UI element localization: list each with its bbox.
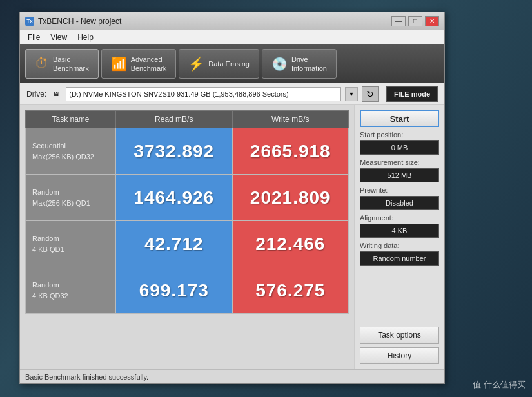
start-position-label: Start position: xyxy=(360,131,439,139)
col-header-read: Read mB/s xyxy=(116,111,233,128)
drive-select[interactable]: (D:) NVMe KINGSTON SNV2S10 931.49 GB (1,… xyxy=(66,87,341,101)
alignment-section: Alignment: 4 KB xyxy=(360,214,439,238)
prewrite-label: Prewrite: xyxy=(360,186,439,194)
drive-information-line1: Drive xyxy=(291,55,327,64)
col-header-task: Task name xyxy=(26,111,116,128)
read-cell-0: 3732.892 xyxy=(116,128,233,175)
alignment-label: Alignment: xyxy=(360,214,439,222)
read-cell-2: 42.712 xyxy=(116,221,233,267)
write-value-3: 576.275 xyxy=(255,280,325,300)
read-value-2: 42.712 xyxy=(144,234,204,254)
read-cell-3: 699.173 xyxy=(116,267,233,314)
write-value-1: 2021.809 xyxy=(250,188,331,208)
prewrite-section: Prewrite: Disabled xyxy=(360,186,439,210)
drive-icon-small: 🖥 xyxy=(53,90,59,97)
clock-icon: ⏱ xyxy=(35,55,49,72)
col-header-write: Write mB/s xyxy=(232,111,349,128)
data-erasing-line1: Data Erasing xyxy=(208,59,250,68)
write-cell-3: 576.275 xyxy=(232,267,349,314)
right-panel: Start Start position: 0 MB Measurement s… xyxy=(354,105,444,369)
toolbar-drive-information[interactable]: 💿 Drive Information xyxy=(262,49,337,79)
toolbar: ⏱ Basic Benchmark 📶 Advanced Benchmark ⚡… xyxy=(20,44,444,83)
toolbar-data-erasing[interactable]: ⚡ Data Erasing xyxy=(179,49,259,79)
write-cell-1: 2021.809 xyxy=(232,175,349,221)
status-message: Basic Benchmark finished successfully. xyxy=(25,373,148,381)
task-cell-3: Random4 KB QD32 xyxy=(26,267,116,314)
start-position-section: Start position: 0 MB xyxy=(360,131,439,155)
writing-data-label: Writing data: xyxy=(360,242,439,249)
advanced-benchmark-line1: Advanced xyxy=(131,55,167,64)
drive-information-line2: Information xyxy=(291,64,327,73)
benchmark-table: Task name Read mB/s Write mB/s Sequentia… xyxy=(25,110,349,314)
menu-view[interactable]: View xyxy=(45,32,72,43)
alignment-value: 4 KB xyxy=(360,224,439,238)
prewrite-value: Disabled xyxy=(360,196,439,210)
read-value-3: 699.173 xyxy=(139,280,209,300)
toolbar-advanced-benchmark[interactable]: 📶 Advanced Benchmark xyxy=(101,49,177,79)
menu-bar: File View Help xyxy=(20,30,444,44)
drive-icon: 💿 xyxy=(271,56,288,72)
close-button[interactable]: ✕ xyxy=(425,16,439,26)
table-row: SequentialMax(256 KB) QD32 3732.892 2665… xyxy=(26,128,349,175)
measurement-size-value: 512 MB xyxy=(360,168,439,182)
status-bar: Basic Benchmark finished successfully. xyxy=(20,369,444,383)
write-cell-0: 2665.918 xyxy=(232,128,349,175)
write-value-0: 2665.918 xyxy=(250,141,331,161)
table-row: Random4 KB QD32 699.173 576.275 xyxy=(26,267,349,314)
measurement-size-section: Measurement size: 512 MB xyxy=(360,159,439,182)
basic-benchmark-line1: Basic xyxy=(53,55,89,64)
drive-bar: Drive: 🖥 (D:) NVMe KINGSTON SNV2S10 931.… xyxy=(20,83,444,105)
erase-icon: ⚡ xyxy=(188,56,204,72)
read-value-0: 3732.892 xyxy=(133,141,214,161)
read-value-1: 1464.926 xyxy=(133,188,214,208)
task-cell-2: Random4 KB QD1 xyxy=(26,221,116,267)
toolbar-basic-benchmark[interactable]: ⏱ Basic Benchmark xyxy=(25,49,99,79)
title-bar-buttons: — □ ✕ xyxy=(391,16,439,26)
maximize-button[interactable]: □ xyxy=(408,16,422,26)
task-cell-0: SequentialMax(256 KB) QD32 xyxy=(26,128,116,175)
watermark: 值 什么值得买 xyxy=(473,379,526,391)
start-button[interactable]: Start xyxy=(360,110,439,127)
measurement-size-label: Measurement size: xyxy=(360,159,439,166)
chart-icon: 📶 xyxy=(111,56,127,72)
writing-data-value: Random number xyxy=(360,251,439,266)
task-options-button[interactable]: Task options xyxy=(360,327,439,344)
table-area: Task name Read mB/s Write mB/s Sequentia… xyxy=(20,105,354,369)
menu-help[interactable]: Help xyxy=(72,32,99,43)
minimize-button[interactable]: — xyxy=(391,16,406,26)
table-row: Random4 KB QD1 42.712 212.466 xyxy=(26,221,349,267)
advanced-benchmark-line2: Benchmark xyxy=(131,64,167,73)
app-icon: Tx xyxy=(25,17,34,26)
menu-file[interactable]: File xyxy=(23,32,45,43)
start-position-value: 0 MB xyxy=(360,140,439,155)
title-bar: Tx TxBENCH - New project — □ ✕ xyxy=(20,12,444,30)
basic-benchmark-line2: Benchmark xyxy=(53,64,89,73)
write-cell-2: 212.466 xyxy=(232,221,349,267)
table-row: RandomMax(256 KB) QD1 1464.926 2021.809 xyxy=(26,175,349,221)
drive-label: Drive: xyxy=(26,90,46,99)
writing-data-section: Writing data: Random number xyxy=(360,242,439,266)
read-cell-1: 1464.926 xyxy=(116,175,233,221)
main-window: Tx TxBENCH - New project — □ ✕ File View… xyxy=(19,12,445,384)
drive-refresh-button[interactable]: ↻ xyxy=(362,86,379,102)
content-area: Task name Read mB/s Write mB/s Sequentia… xyxy=(20,105,444,369)
task-cell-1: RandomMax(256 KB) QD1 xyxy=(26,175,116,221)
window-title: TxBENCH - New project xyxy=(38,17,391,26)
drive-dropdown-arrow[interactable]: ▼ xyxy=(345,87,358,101)
file-mode-button[interactable]: FILE mode xyxy=(386,86,438,102)
write-value-2: 212.466 xyxy=(255,234,325,254)
history-button[interactable]: History xyxy=(360,347,439,364)
